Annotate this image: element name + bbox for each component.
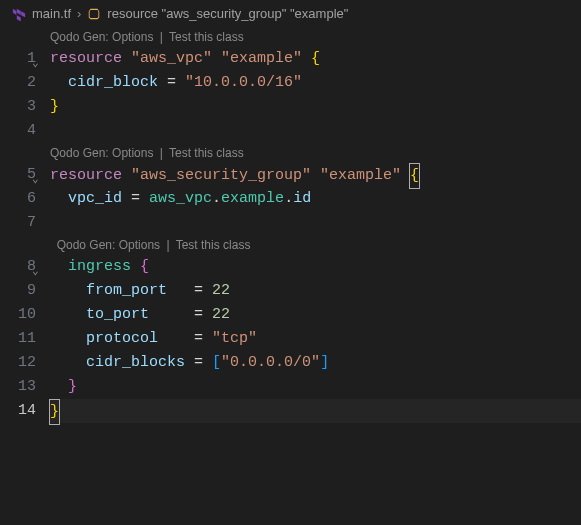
token-operator: = [194,354,203,371]
token-keyword: resource [50,50,122,67]
code-editor[interactable]: 1 2 3 4 5 6 7 8 9 10 11 12 13 14 Qodo Ge… [0,27,581,423]
breadcrumb-file[interactable]: main.tf [32,6,71,21]
line-number: 2 [0,71,36,95]
line-number: 8 [0,255,36,279]
token-brace: { [311,50,320,67]
token-property: vpc_id [68,190,122,207]
line-number: 9 [0,279,36,303]
line-number: 11 [0,327,36,351]
token-operator: = [194,330,203,347]
code-area[interactable]: Qodo Gen: Options | Test this class ⌄res… [50,27,581,423]
token-ref: example [221,190,284,207]
symbol-icon [87,7,101,21]
terraform-file-icon [12,7,26,21]
token-string: "10.0.0.0/16" [185,74,302,91]
line-number: 7 [0,211,36,235]
token-property: cidr_block [68,74,158,91]
token-number: 22 [212,306,230,323]
token-ref: aws_vpc [149,190,212,207]
token-name: "example" [320,167,401,184]
fold-icon[interactable]: ⌄ [32,259,39,283]
line-number: 4 [0,119,36,143]
token-brace: } [50,98,59,115]
token-type: "aws_vpc" [131,50,212,67]
codelens-test[interactable]: Test this class [176,238,251,252]
codelens-sep: | [160,146,163,160]
token-type: "aws_security_group" [131,167,311,184]
token-property: from_port [86,282,167,299]
codelens-options[interactable]: Options [112,30,153,44]
token-operator: = [194,282,203,299]
line-number: 5 [0,163,36,187]
breadcrumb: main.tf › resource "aws_security_group" … [0,0,581,27]
token-ref: id [293,190,311,207]
fold-icon[interactable]: ⌄ [32,167,39,191]
token-brace: { [409,163,420,189]
token-operator: = [194,306,203,323]
token-brace: } [68,378,77,395]
token-bracket: ] [320,354,329,371]
token-number: 22 [212,282,230,299]
token-keyword: resource [50,167,122,184]
token-bracket: [ [212,354,221,371]
token-string: "0.0.0.0/0" [221,354,320,371]
token-property: to_port [86,306,149,323]
codelens-sep: | [160,30,163,44]
fold-icon[interactable]: ⌄ [32,51,39,75]
line-number: 10 [0,303,36,327]
codelens-test[interactable]: Test this class [169,146,244,160]
token-operator: = [131,190,140,207]
token-brace: { [140,258,149,275]
line-number: 6 [0,187,36,211]
line-number: 14 [0,399,36,423]
codelens-prefix: Qodo Gen: [50,146,109,160]
token-keyword: ingress [68,258,131,275]
token-brace: } [49,399,60,425]
breadcrumb-separator: › [77,6,81,21]
codelens-prefix: Qodo Gen: [57,238,116,252]
line-number: 1 [0,47,36,71]
token-string: "tcp" [212,330,257,347]
line-number: 13 [0,375,36,399]
codelens-options[interactable]: Options [119,238,160,252]
breadcrumb-symbol[interactable]: resource "aws_security_group" "example" [107,6,348,21]
token-property: cidr_blocks [86,354,185,371]
token-name: "example" [221,50,302,67]
codelens-options[interactable]: Options [112,146,153,160]
token-property: protocol [86,330,158,347]
token-operator: = [167,74,176,91]
codelens-sep: | [166,238,169,252]
codelens-test[interactable]: Test this class [169,30,244,44]
line-number: 12 [0,351,36,375]
line-number: 3 [0,95,36,119]
line-gutter: 1 2 3 4 5 6 7 8 9 10 11 12 13 14 [0,27,50,423]
codelens-prefix: Qodo Gen: [50,30,109,44]
